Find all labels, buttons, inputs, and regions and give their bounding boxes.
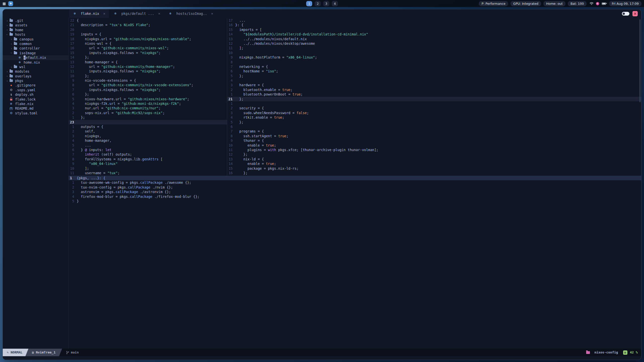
code-line[interactable]: 6 hostName = "iso"; [227, 69, 641, 73]
tree-item-flake-lock[interactable]: flake.lock [3, 97, 68, 102]
tree-item-stylua-toml[interactable]: ⚙stylua.toml [3, 111, 68, 115]
code-line[interactable]: 2 tux-nvim-config = pkgs.callPackage ./n… [69, 185, 641, 190]
battery-icon[interactable] [602, 3, 606, 5]
workspace-button-4[interactable]: 4 [332, 1, 338, 6]
workspace-button-3[interactable]: 3 [323, 1, 329, 6]
status-pill-gpu-integrated[interactable]: GPU: Integrated [510, 1, 541, 6]
chevron-down-icon[interactable]: › [10, 51, 13, 55]
code-line[interactable]: 5 nixos-hardware.url = "github:nixos/nix… [69, 97, 227, 101]
chevron-right-icon[interactable]: › [10, 37, 13, 41]
code-line[interactable]: 20 [69, 27, 227, 32]
notification-icon[interactable] [596, 2, 599, 5]
wifi-icon[interactable] [590, 2, 593, 5]
code-line[interactable]: 18 nixpkgs.url = "github:nixos/nixpkgs/n… [69, 37, 227, 41]
app-grid-icon[interactable]: ▦ [3, 2, 6, 6]
code-line[interactable]: 7 programs = { [227, 129, 641, 133]
close-button[interactable]: × [632, 11, 638, 16]
tree-item-pkgs[interactable]: ›pkgs [3, 78, 68, 83]
status-pill-bat-100[interactable]: Bat: 100 [568, 1, 587, 6]
chevron-right-icon[interactable]: › [5, 74, 9, 78]
tab-pkgs-default[interactable]: ❄pkgs/default ...× [110, 9, 164, 18]
tree-item-gitignore[interactable]: ◆.gitignore [3, 83, 68, 87]
code-line[interactable]: 2 sops-nix.url = "github:Mic92/sops-nix"… [69, 111, 227, 115]
tree-item-home[interactable]: ›home [3, 28, 68, 32]
code-line[interactable]: 5} [69, 199, 641, 203]
code-line[interactable]: 21 }; [227, 97, 641, 101]
code-line[interactable]: 10 [227, 51, 641, 55]
code-line[interactable]: 1 bluetooth.powerOnBoot = true; [227, 92, 641, 97]
code-line[interactable]: 1 outputs = { [69, 124, 227, 129]
tree-item-overlays[interactable]: ›overlays [3, 74, 68, 78]
tree-item-assets[interactable]: ›assets [3, 23, 68, 27]
workspace-button-1[interactable]: 1 [306, 1, 312, 6]
code-line[interactable]: 11 inputs.nixpkgs.follows = "nixpkgs"; [69, 69, 227, 73]
tab-close-icon[interactable]: × [158, 12, 160, 16]
tree-item-default-nix[interactable]: ❄default.nix [3, 55, 68, 60]
code-line[interactable]: 7 inputs.nixpkgs.follows = "nixpkgs"; [69, 87, 227, 92]
tab-close-icon[interactable]: × [211, 12, 213, 16]
tree-item-wsl[interactable]: ›wsl [3, 65, 68, 69]
code-line[interactable]: 10 ]; [69, 166, 227, 171]
tab-hosts-isoimag[interactable]: ❄hosts/isoImag..× [165, 9, 217, 18]
tree-item-home-nix[interactable]: ❄home.nix [3, 60, 68, 65]
code-line[interactable]: 13 nix-ld = { [227, 157, 641, 161]
code-line[interactable]: 3 nixpkgs, [69, 134, 227, 138]
code-line[interactable]: 13 ../../modules/nixos/default.nix [227, 37, 641, 41]
tree-item-modules[interactable]: ›modules [3, 69, 68, 74]
chevron-right-icon[interactable]: › [10, 47, 13, 50]
code-line[interactable]: 10 }; [69, 74, 227, 78]
code-line[interactable]: 8 ssh.startAgent = true; [227, 134, 641, 138]
code-line[interactable]: 5 }; [227, 120, 641, 124]
code-line[interactable]: 14 "${modulesPath}/installer/cd-dvd/inst… [227, 32, 641, 36]
launcher-icon[interactable]: ❖ [8, 1, 13, 6]
code-line[interactable]: 5 }; [227, 74, 641, 78]
code-line[interactable]: 3 nur.url = "github:nix-community/nur"; [69, 106, 227, 110]
code-line[interactable]: 12 ../../modules/nixos/desktop/awesome [227, 41, 641, 46]
code-line[interactable]: 23 [69, 120, 227, 124]
code-line[interactable]: 21 description = "tux's NixOS Flake"; [69, 23, 227, 27]
code-line[interactable]: 8 url = "github:nix-community/nix-vscode… [69, 83, 227, 87]
tree-item-isoimage[interactable]: ›isoImage [3, 51, 68, 55]
chevron-right-icon[interactable]: › [5, 19, 9, 22]
scrollbar-thumb[interactable] [639, 19, 640, 102]
code-line[interactable]: 12 }; [227, 152, 641, 157]
code-line[interactable]: 13 home-manager = { [69, 60, 227, 64]
code-line[interactable]: 4 firefox-mod-blur = pkgs.callPackage ./… [69, 194, 641, 199]
code-line[interactable]: 22{ [69, 18, 227, 23]
code-line[interactable]: 17 nixos-wsl = { [69, 41, 227, 46]
code-line[interactable]: 16 url = "github:nix-community/nixos-wsl… [69, 46, 227, 50]
code-line[interactable]: 4 rtkit.enable = true; [227, 115, 641, 120]
chevron-right-icon[interactable]: › [5, 70, 9, 73]
chevron-right-icon[interactable]: › [5, 24, 9, 27]
code-line[interactable]: 1 }; [69, 115, 227, 120]
status-pill-home-out[interactable]: Home: out [543, 1, 566, 6]
code-line[interactable]: 4 [227, 78, 641, 83]
code-line[interactable]: 9 nix-vscode-extensions = { [69, 78, 227, 83]
tab-flake-nix[interactable]: ❄flake.nix× [69, 9, 109, 18]
chevron-down-icon[interactable]: › [6, 33, 9, 36]
code-line[interactable]: 6 [227, 124, 641, 129]
code-line[interactable]: 15 package = pkgs.nix-ld-rs; [227, 166, 641, 171]
code-line[interactable]: 8 [227, 60, 641, 64]
code-line[interactable]: 9 thunar = { [227, 138, 641, 143]
tree-item-sops-yaml[interactable]: ⚙.sops.yaml [3, 88, 68, 92]
code-line[interactable]: 7 inherit (self) outputs; [69, 152, 227, 157]
tree-item-git[interactable]: ›.git [3, 18, 68, 23]
code-line[interactable]: 5 ... [69, 143, 227, 148]
status-pill-p-performance[interactable]: P: Performance [479, 1, 508, 6]
code-line[interactable]: 1 tux-awesome-wm-config = pkgs.callPacka… [69, 180, 641, 185]
code-line[interactable]: 14 enable = true; [227, 161, 641, 166]
code-line[interactable]: 12 url = "github:nix-community/home-mana… [69, 64, 227, 69]
code-line[interactable]: 8 forAllSystems = nixpkgs.lib.genAttrs [ [69, 157, 227, 161]
tree-item-controller[interactable]: ›controller [3, 46, 68, 51]
code-line[interactable]: 16 }; [227, 171, 641, 175]
tree-item-common[interactable]: ›common [3, 41, 68, 46]
code-line[interactable]: 9 nixpkgs.hostPlatform = "x86_64-linux"; [227, 55, 641, 60]
code-line[interactable]: 2 bluetooth.enable = true; [227, 87, 641, 92]
chevron-right-icon[interactable]: › [5, 28, 9, 31]
code-line[interactable]: 15 imports = [ [227, 27, 641, 32]
tree-item-deploy-sh[interactable]: $deploy.sh [3, 92, 68, 97]
workspace-button-2[interactable]: 2 [315, 1, 321, 6]
code-line[interactable]: 11 ]; [227, 46, 641, 50]
code-line[interactable]: 1 [227, 101, 641, 106]
